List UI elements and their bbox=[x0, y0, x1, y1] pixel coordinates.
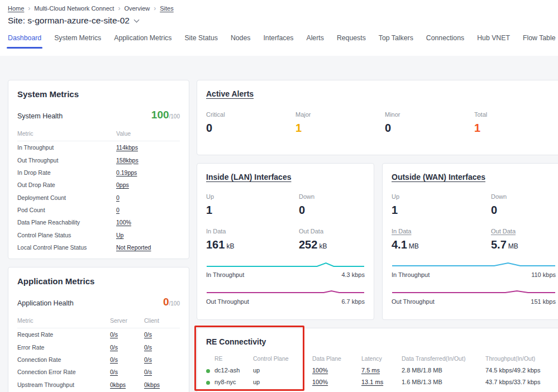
breadcrumb-home[interactable]: Home bbox=[8, 5, 24, 12]
tab-hub-vnet[interactable]: Hub VNET bbox=[477, 34, 510, 49]
metric-name: Connection Error Rate bbox=[17, 366, 110, 378]
out-throughput-label: Out Throughput bbox=[206, 298, 249, 305]
in-data-link[interactable]: In Data bbox=[392, 228, 411, 235]
alert-stat-value: 1 bbox=[295, 122, 385, 135]
outside-up-stat: Up 1 bbox=[392, 193, 491, 217]
metric-name: Request Rate bbox=[17, 328, 110, 341]
metric-value-link[interactable]: 0.19pps bbox=[116, 169, 137, 176]
page-title: Site: s-gorman-azure-ce-site-02 bbox=[8, 16, 130, 26]
alert-stat-value: 0 bbox=[385, 122, 474, 135]
column-header: Client bbox=[144, 317, 180, 328]
active-alerts-title-link[interactable]: Active Alerts bbox=[206, 89, 254, 98]
metric-value-link[interactable]: Not Reported bbox=[116, 244, 151, 251]
in-throughput-value: 110 kbps bbox=[531, 271, 556, 278]
data-transferred-cell: 1.6 MB/1.3 MB bbox=[402, 379, 485, 385]
latency-cell: 7.5 ms bbox=[361, 367, 402, 374]
application-metrics-table: Metric Server Client Request Rate 0/s 0/… bbox=[17, 317, 180, 392]
alert-stat-label: Major bbox=[295, 111, 385, 118]
metric-value-link[interactable]: 100% bbox=[116, 219, 131, 226]
tab-interfaces[interactable]: Interfaces bbox=[263, 34, 293, 49]
client-value-cell: 0/s bbox=[144, 353, 180, 366]
metric-value-link[interactable]: 0pps bbox=[116, 181, 129, 188]
server-value-link[interactable]: 0/s bbox=[110, 356, 118, 363]
metric-name: In Throughput bbox=[17, 141, 116, 154]
server-value-link[interactable]: 0kbps bbox=[110, 381, 126, 388]
metric-value-link[interactable]: 158kbps bbox=[116, 157, 139, 164]
up-value: 1 bbox=[392, 204, 491, 217]
latency-link[interactable]: 7.5 ms bbox=[361, 367, 380, 374]
outside-out-data-stat: Out Data 5.7MB bbox=[491, 228, 556, 251]
client-value-link[interactable]: 0/s bbox=[144, 331, 152, 338]
tab-connections[interactable]: Connections bbox=[426, 34, 464, 49]
metric-name: Error Rate bbox=[17, 341, 110, 353]
tab-system-metrics[interactable]: System Metrics bbox=[54, 34, 101, 49]
tab-dashboard[interactable]: Dashboard bbox=[8, 34, 41, 49]
tab-application-metrics[interactable]: Application Metrics bbox=[114, 34, 171, 49]
column-header: Throughput(In/Out) bbox=[485, 355, 556, 362]
up-label: Up bbox=[206, 193, 299, 200]
status-up-dot-icon bbox=[206, 381, 210, 385]
alert-stat-value: 1 bbox=[474, 122, 556, 135]
column-header: Server bbox=[110, 317, 144, 328]
down-label: Down bbox=[491, 193, 556, 200]
metric-value-link[interactable]: 0 bbox=[116, 207, 120, 213]
server-value-link[interactable]: 0/s bbox=[110, 369, 118, 375]
out-data-number: 252 bbox=[299, 238, 317, 251]
breadcrumb-separator-icon: › bbox=[118, 5, 120, 12]
client-value-cell: 0/s bbox=[144, 328, 180, 341]
inside-interfaces-title-link[interactable]: Inside (LAN) Interfaces bbox=[206, 173, 291, 181]
in-data-number: 161 bbox=[206, 238, 225, 251]
re-name: dc12-ash bbox=[214, 367, 240, 374]
outside-out-throughput-spark: Out Throughput 151 kbps bbox=[392, 288, 556, 305]
client-value-link[interactable]: 0kbps bbox=[144, 381, 160, 388]
inside-down-stat: Down 0 bbox=[299, 193, 365, 217]
client-value-link[interactable]: 0/s bbox=[144, 369, 152, 375]
column-header: Latency bbox=[361, 355, 402, 362]
data-plane-link[interactable]: 100% bbox=[312, 367, 328, 374]
system-health-score: 100/100 bbox=[151, 109, 180, 121]
client-value-link[interactable]: 0/s bbox=[144, 356, 152, 363]
tab-nodes[interactable]: Nodes bbox=[231, 34, 251, 49]
outside-interfaces-title-link[interactable]: Outside (WAN) Interfaces bbox=[392, 173, 485, 181]
out-throughput-sparkline bbox=[392, 288, 556, 295]
tab-alerts[interactable]: Alerts bbox=[306, 34, 323, 49]
out-data-label: Out Data bbox=[299, 228, 365, 235]
metric-value-link[interactable]: 114kbps bbox=[116, 144, 138, 151]
out-throughput-label: Out Throughput bbox=[392, 298, 435, 305]
data-plane-link[interactable]: 100% bbox=[312, 379, 328, 385]
system-health-label: System Health bbox=[17, 112, 63, 120]
breadcrumb-sites[interactable]: Sites bbox=[160, 5, 173, 12]
inside-out-throughput-spark: Out Throughput 6.7 kbps bbox=[206, 288, 365, 305]
site-selector[interactable]: Site: s-gorman-azure-ce-site-02 bbox=[8, 16, 550, 26]
metric-name: In Drop Rate bbox=[17, 166, 116, 179]
alert-stat-total: Total 1 bbox=[474, 111, 556, 135]
breadcrumb-separator-icon: › bbox=[28, 5, 30, 12]
server-value-cell: 0/s bbox=[110, 328, 144, 341]
alert-stat-critical: Critical 0 bbox=[206, 111, 295, 135]
latency-link[interactable]: 13.1 ms bbox=[361, 379, 383, 385]
metric-name: Pod Count bbox=[17, 204, 116, 216]
server-value-link[interactable]: 0/s bbox=[110, 331, 118, 338]
tab-flow-table[interactable]: Flow Table bbox=[523, 34, 556, 49]
right-column: Active Alerts Critical 0 Major 1 Minor 0 bbox=[197, 80, 558, 392]
in-data-unit: MB bbox=[409, 242, 419, 250]
tab-requests[interactable]: Requests bbox=[337, 34, 366, 49]
metric-name: Connection Rate bbox=[17, 353, 110, 366]
out-data-unit: kB bbox=[319, 242, 327, 250]
breadcrumb-multi-cloud-network-connect[interactable]: Multi-Cloud Network Connect bbox=[34, 5, 114, 12]
server-value-link[interactable]: 0/s bbox=[110, 344, 118, 351]
tab-bar: Dashboard System Metrics Application Met… bbox=[8, 34, 550, 49]
tab-site-status[interactable]: Site Status bbox=[184, 34, 217, 49]
metric-value-link[interactable]: Up bbox=[116, 232, 123, 238]
out-data-link[interactable]: Out Data bbox=[491, 228, 516, 235]
throughput-cell: 43.7 kbps/33.7 kbps bbox=[485, 379, 556, 385]
outside-down-stat: Down 0 bbox=[491, 193, 556, 217]
client-value-link[interactable]: 0/s bbox=[144, 344, 152, 351]
out-throughput-sparkline bbox=[206, 288, 365, 295]
metric-name: Out Throughput bbox=[17, 154, 116, 166]
alert-stats: Critical 0 Major 1 Minor 0 Total 1 bbox=[206, 111, 556, 135]
breadcrumb-overview[interactable]: Overview bbox=[124, 5, 150, 12]
tab-top-talkers[interactable]: Top Talkers bbox=[379, 34, 413, 49]
left-column: System Metrics System Health 100/100 Met… bbox=[8, 80, 189, 392]
metric-value-link[interactable]: 0 bbox=[116, 194, 120, 201]
